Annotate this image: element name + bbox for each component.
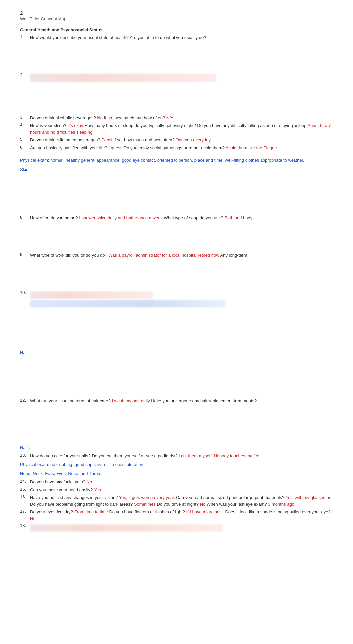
general-health-heading: General Health and Psychosocial Status [20, 27, 333, 32]
list-item-14: 14. Do you have any facial pain? No [20, 479, 333, 485]
list-item-12: 12. What are your usual patterns of hair… [20, 398, 333, 404]
skin-section: Skin 8. How often do you bathe? I shower… [20, 167, 333, 350]
list-item-9: 9. What type of work did you or do you d… [20, 252, 333, 259]
nails-section: Nails 13. How do you care for your nails… [20, 445, 333, 468]
physical-exam-general: Physical exam: normal, healthy general a… [20, 157, 333, 164]
question-1: How would you describe your usual state … [30, 34, 333, 41]
skin-label: Skin [20, 167, 333, 172]
blurred-image-q2 [30, 74, 216, 82]
list-item: 1. How would you describe your usual sta… [20, 34, 333, 41]
head-neck-section: Head, Neck, Ears, Eyes, Nose, and Throat… [20, 471, 333, 533]
hair-section: Hair 12. What are your usual patterns of… [20, 350, 333, 445]
blurred-image-q18 [30, 524, 223, 532]
physical-exam-nails: Physical exam: no clubbing, good capilla… [20, 461, 333, 468]
list-item-17: 17. Do your eyes feel dry? From time to … [20, 509, 333, 522]
page-number: 2 [20, 10, 333, 16]
list-item-10: 10. [20, 290, 333, 309]
nails-label: Nails [20, 445, 333, 450]
hair-label: Hair [20, 350, 333, 355]
list-item-8: 8. How often do you bathe? I shower twic… [20, 215, 333, 221]
list-item-4: 4. How is your sleep? It's okay How many… [20, 122, 333, 135]
head-neck-label: Head, Neck, Ears, Eyes, Nose, and Throat [20, 471, 333, 476]
list-item-18: 18. [20, 523, 333, 533]
list-item-16: 16. Have you noticed any changes in your… [20, 494, 333, 507]
list-item-3: 3. Do you drink alcoholic beverages? No … [20, 115, 333, 121]
list-item-2: 2. [20, 72, 333, 83]
list-item-15: 15. Can you move your head easily? Yes [20, 487, 333, 493]
blurred-image-q10b [30, 300, 226, 307]
general-health-section: General Health and Psychosocial Status 1… [20, 27, 333, 164]
blurred-image-q10a [30, 291, 153, 299]
page-title: Well Elder Concept Map [20, 16, 333, 21]
list-item-13: 13. How do you care for your nails? Do y… [20, 453, 333, 459]
list-item-6: 6. Are you basically satisfied with your… [20, 145, 333, 151]
list-item-5: 5. Do you drink caffeinated beverages? P… [20, 137, 333, 143]
